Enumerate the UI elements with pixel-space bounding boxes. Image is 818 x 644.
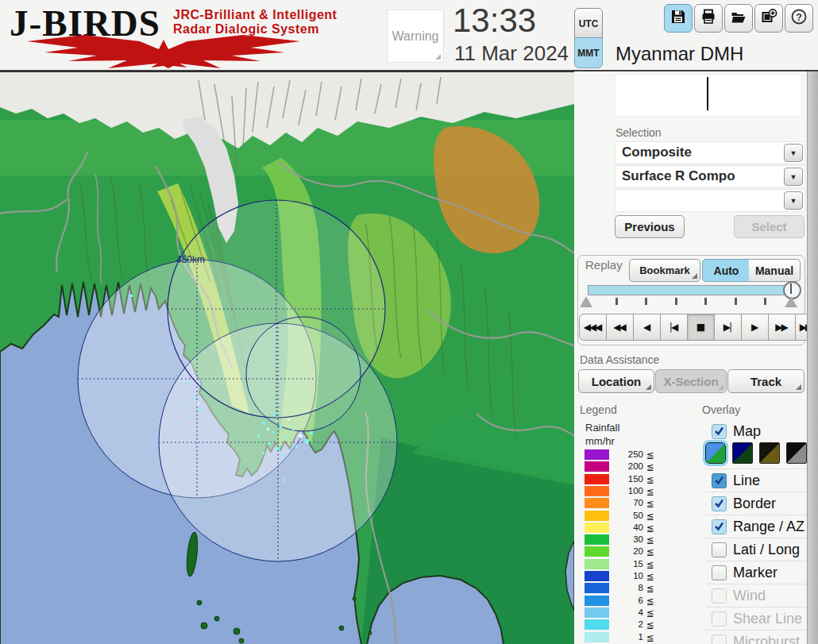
- map-style-swatch-4[interactable]: [786, 442, 807, 464]
- legend-lte-symbol: ≦: [646, 632, 654, 643]
- lati-long-checkbox[interactable]: [712, 542, 727, 557]
- legend-color-swatch: [585, 559, 609, 569]
- legend-value: 8: [610, 583, 643, 592]
- range-az-checkbox[interactable]: [712, 519, 727, 534]
- legend-color-swatch: [585, 583, 609, 593]
- toolbar: ?: [664, 4, 813, 33]
- legend-value: 15: [610, 559, 643, 569]
- legend-lte-symbol: ≦: [646, 498, 654, 509]
- x-section-button[interactable]: X-Section: [655, 369, 727, 393]
- legend-color-swatch: [585, 596, 609, 606]
- chevron-down-icon[interactable]: ▼: [784, 144, 803, 162]
- radar-map[interactable]: 450km: [0, 71, 574, 644]
- step-forward-button[interactable]: ▶|: [715, 314, 742, 341]
- selection-combo-extra[interactable]: ▼: [615, 189, 805, 212]
- chevron-down-icon[interactable]: ▼: [784, 168, 803, 186]
- legend-section-label: Legend: [580, 403, 617, 416]
- chevron-down-icon[interactable]: ▼: [784, 191, 803, 210]
- selection-combo-product-value: Surface R Compo: [622, 168, 735, 184]
- legend-lte-symbol: ≦: [646, 583, 654, 594]
- map-style-swatch-3[interactable]: [759, 442, 780, 464]
- add-image-button[interactable]: [754, 4, 783, 33]
- border-checkbox[interactable]: [712, 496, 727, 511]
- step-back-button[interactable]: |◀: [661, 314, 688, 341]
- overlay-item-label: Shear Line: [733, 611, 802, 627]
- replay-tick: [704, 298, 707, 305]
- location-button[interactable]: Location: [578, 369, 654, 393]
- replay-manual-button[interactable]: Manual: [749, 259, 801, 282]
- legend-row: 50≦: [580, 511, 699, 522]
- save-button[interactable]: [664, 4, 693, 33]
- help-button[interactable]: ?: [785, 4, 813, 33]
- rewind-button[interactable]: ◀◀: [607, 314, 634, 341]
- clock-time: 13:33: [453, 2, 536, 40]
- legend-lte-symbol: ≦: [646, 449, 654, 461]
- open-folder-icon: [730, 8, 747, 29]
- legend-color-swatch: [585, 523, 609, 533]
- overlay-row-shear-line: Shear Line: [705, 607, 807, 630]
- replay-section-label: Replay: [585, 258, 623, 272]
- play-button[interactable]: ▶: [742, 314, 769, 341]
- play-reverse-button[interactable]: ◀: [634, 314, 661, 341]
- selection-section-label: Selection: [615, 126, 662, 139]
- overlay-item-label: Wind: [733, 588, 766, 604]
- warning-button[interactable]: Warning: [387, 10, 444, 63]
- overlay-row-map: Map: [705, 420, 807, 442]
- legend-value: 200: [610, 461, 643, 471]
- selection-combo-category-value: Composite: [622, 145, 692, 160]
- timezone-mmt-button[interactable]: MMT: [574, 37, 603, 68]
- overlay-item-label: Range / AZ: [733, 519, 804, 535]
- overlay-row-wind: Wind: [705, 584, 807, 607]
- legend-color-swatch: [585, 461, 609, 472]
- line-checkbox[interactable]: [712, 473, 727, 488]
- legend-row: 150≦: [580, 474, 699, 485]
- legend-row: 15≦: [580, 559, 699, 570]
- select-button[interactable]: Select: [734, 215, 804, 238]
- legend-value: 250: [610, 449, 643, 459]
- wind-checkbox: [712, 588, 727, 604]
- panel-splitter[interactable]: [807, 0, 818, 644]
- replay-slider-track[interactable]: [588, 285, 797, 295]
- legend-row: 200≦: [580, 461, 699, 472]
- map-style-swatch-2[interactable]: [732, 442, 753, 464]
- map-style-swatch-1[interactable]: [705, 442, 726, 464]
- marker-checkbox[interactable]: [712, 565, 727, 580]
- overlay-section-label: Overlay: [702, 403, 740, 416]
- open-folder-button[interactable]: [724, 4, 753, 33]
- legend-row: 4≦: [580, 607, 699, 619]
- print-button[interactable]: [694, 4, 723, 33]
- forward-button[interactable]: ▶▶: [769, 314, 796, 341]
- replay-range-start-marker[interactable]: [580, 296, 592, 307]
- rewind-fast-button[interactable]: ◀◀◀: [579, 314, 607, 341]
- replay-auto-button[interactable]: Auto: [702, 259, 750, 282]
- map-checkbox[interactable]: [712, 424, 727, 439]
- previous-button[interactable]: Previous: [615, 215, 685, 238]
- timezone-utc-button[interactable]: UTC: [574, 8, 603, 39]
- stop-button[interactable]: ■: [688, 314, 715, 341]
- bookmark-corner-icon: [692, 273, 697, 279]
- replay-tick: [675, 298, 677, 305]
- track-button[interactable]: Track: [727, 369, 804, 393]
- corner-icon: [718, 384, 723, 390]
- print-icon: [700, 8, 717, 29]
- legend-color-swatch: [585, 474, 609, 484]
- legend-lte-symbol: ≦: [646, 534, 654, 546]
- legend-row: 20≦: [580, 546, 699, 557]
- legend-lte-symbol: ≦: [646, 571, 654, 582]
- svg-text:?: ?: [796, 12, 802, 23]
- legend-color-swatch: [585, 571, 609, 581]
- status-display-box: [615, 74, 802, 117]
- corner-icon: [796, 384, 801, 390]
- selection-combo-product[interactable]: Surface R Compo ▼: [615, 165, 805, 188]
- map-style-swatches: [705, 441, 807, 465]
- legend-color-swatch: [585, 607, 609, 618]
- legend-value: 1: [610, 632, 643, 642]
- selection-combo-category[interactable]: Composite ▼: [615, 141, 805, 164]
- corner-icon: [646, 384, 651, 390]
- legend-color-swatch: [585, 486, 609, 496]
- replay-tick: [735, 298, 737, 305]
- overlay-row-range-az: Range / AZ: [705, 515, 807, 538]
- bookmark-button[interactable]: Bookmark: [629, 259, 700, 282]
- legend-value: 50: [610, 511, 643, 520]
- replay-range-end-marker[interactable]: [785, 296, 797, 307]
